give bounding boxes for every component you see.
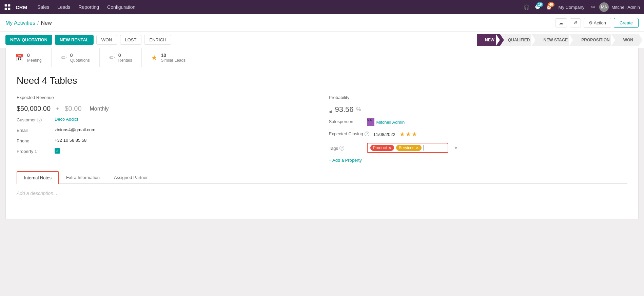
top-navigation: CRM Sales Leads Reporting Configuration … [0, 0, 644, 14]
stat-quotations[interactable]: ✏ 0 Quotations [52, 48, 100, 67]
revenue-secondary[interactable]: $0.00 [64, 105, 81, 113]
customer-value[interactable]: Deco Addict [55, 117, 78, 122]
prob-value-row: at 93.56 % [329, 105, 628, 114]
breadcrumb-parent[interactable]: My Activities [5, 20, 35, 26]
refresh-button[interactable]: ↺ [570, 18, 581, 27]
closing-row: 11/08/2022 ★★★ [373, 131, 418, 138]
prob-value[interactable]: 93.56 [335, 105, 354, 114]
rentals-count: 0 [118, 53, 132, 58]
enrich-button[interactable]: ENRICH [144, 35, 171, 45]
nav-sales[interactable]: Sales [34, 3, 53, 11]
nav-configuration[interactable]: Configuration [104, 3, 139, 11]
salesperson-label: Salesperson [329, 118, 363, 124]
cloud-save-button[interactable]: ☁ [555, 18, 567, 27]
app-logo[interactable] [4, 4, 11, 11]
form-section: Expected Revenue $50,000.00 + $0.00 Mont… [17, 94, 627, 163]
add-property-link[interactable]: + Add a Property [329, 158, 628, 163]
customer-row: Customer ? Deco Addict [17, 117, 315, 122]
meeting-count: 0 [27, 53, 42, 58]
stat-rentals[interactable]: ✏ 0 Rentals [100, 48, 142, 67]
avatar[interactable]: MA [599, 2, 609, 12]
closing-help[interactable]: ? [365, 132, 369, 136]
stats-bar: 📅 0 Meeting ✏ 0 Quotations ✏ 0 Rentals ★… [5, 48, 639, 67]
tag-services-remove[interactable]: ✕ [416, 146, 419, 150]
customer-help[interactable]: ? [37, 118, 42, 122]
support-icon[interactable]: 🎧 [522, 3, 531, 11]
salesperson-row: Salesperson MA Mitchell Admin [329, 118, 628, 126]
tab-internal-notes[interactable]: Internal Notes [17, 171, 59, 184]
action-button[interactable]: ⚙ Action [584, 18, 611, 28]
revenue-period[interactable]: Monthly [90, 106, 109, 112]
svg-rect-1 [8, 4, 11, 7]
expected-revenue-row: Expected Revenue [17, 94, 315, 100]
stat-meeting[interactable]: 📅 0 Meeting [11, 48, 52, 67]
activities-badge: 46 [548, 2, 554, 7]
stage-qualified[interactable]: QUALIFIED [500, 34, 535, 46]
email-row: Email zinions4@gmail.com [17, 127, 315, 133]
tab-assigned-partner[interactable]: Assigned Partner [107, 171, 155, 184]
action-bar: NEW QUOTATION NEW RENTAL WON LOST ENRICH… [0, 32, 644, 48]
calendar-icon: 📅 [15, 54, 24, 62]
breadcrumb: My Activities / New [5, 20, 551, 26]
settings-icon[interactable]: ✂ [590, 3, 597, 11]
breadcrumb-separator: / [37, 20, 39, 26]
rentals-info: 0 Rentals [118, 53, 132, 63]
stat-similar-leads[interactable]: ★ 10 Similar Leads [142, 48, 195, 67]
similar-leads-label: Similar Leads [161, 58, 186, 63]
probability-label: Probability [329, 94, 363, 100]
nav-reporting[interactable]: Reporting [75, 3, 102, 11]
create-button[interactable]: Create [614, 18, 639, 28]
tags-container[interactable]: Product ✕ Services ✕ [367, 143, 448, 153]
email-value[interactable]: zinions4@gmail.com [55, 127, 95, 132]
quotation-icon: ✏ [61, 54, 67, 62]
property1-label: Property 1 [17, 148, 51, 154]
email-label: Email [17, 127, 51, 133]
tags-dropdown-icon[interactable]: ▼ [454, 145, 458, 151]
stars-rating[interactable]: ★★★ [399, 131, 418, 138]
breadcrumb-actions: ☁ ↺ ⚙ Action Create [555, 18, 639, 28]
tag-product-remove[interactable]: ✕ [388, 146, 391, 150]
property1-checkbox[interactable]: ✓ [55, 148, 60, 154]
tabs-section: Internal Notes Extra Information Assigne… [17, 171, 627, 211]
app-name[interactable]: CRM [16, 4, 27, 10]
lead-title[interactable]: Need 4 Tables [17, 75, 627, 86]
form-left: Expected Revenue $50,000.00 + $0.00 Mont… [17, 94, 315, 163]
similar-leads-count: 10 [161, 53, 186, 58]
prob-pct: % [356, 106, 361, 113]
tags-label: Tags ? [329, 145, 363, 151]
rentals-icon: ✏ [109, 54, 115, 62]
expected-closing-value[interactable]: 11/08/2022 [373, 132, 395, 137]
company-name: My Company [559, 5, 585, 10]
quotation-label: Quotations [70, 58, 90, 63]
tags-help[interactable]: ? [339, 146, 344, 151]
quotation-count: 0 [70, 53, 90, 58]
revenue-main[interactable]: $50,000.00 [17, 105, 51, 113]
tag-services[interactable]: Services ✕ [396, 145, 422, 151]
meeting-label: Meeting [27, 58, 42, 63]
nav-leads[interactable]: Leads [54, 3, 74, 11]
tab-placeholder[interactable]: Add a description... [17, 191, 57, 196]
stage-proposition[interactable]: PROPOSITION [573, 34, 615, 46]
prob-at: at [329, 110, 332, 114]
tabs-nav: Internal Notes Extra Information Assigne… [17, 171, 627, 184]
pipeline-stages: NEW QUALIFIED NEW STAGE PROPOSITION WON [477, 34, 639, 46]
won-button[interactable]: WON [96, 35, 117, 45]
svg-rect-3 [8, 8, 11, 10]
phone-value[interactable]: +32 10 58 85 58 [55, 138, 86, 143]
messages-badge: 19 [536, 2, 543, 7]
quotations-info: 0 Quotations [70, 53, 90, 63]
tab-extra-information[interactable]: Extra Information [59, 171, 107, 184]
stage-new-stage[interactable]: NEW STAGE [535, 34, 573, 46]
lost-button[interactable]: LOST [120, 35, 142, 45]
salesperson-value[interactable]: Mitchell Admin [376, 120, 405, 125]
messages-icon[interactable]: 💬 19 [533, 3, 542, 11]
property1-row: Property 1 ✓ [17, 148, 315, 154]
revenue-plus-icon: + [56, 106, 59, 112]
new-quotation-button[interactable]: NEW QUOTATION [5, 35, 52, 45]
activities-icon[interactable]: ⏰ 46 [545, 3, 553, 11]
similar-leads-info: 10 Similar Leads [161, 53, 186, 63]
svg-rect-0 [5, 4, 7, 7]
tag-product[interactable]: Product ✕ [370, 145, 394, 151]
new-rental-button[interactable]: NEW RENTAL [55, 35, 94, 45]
meeting-info: 0 Meeting [27, 53, 42, 63]
